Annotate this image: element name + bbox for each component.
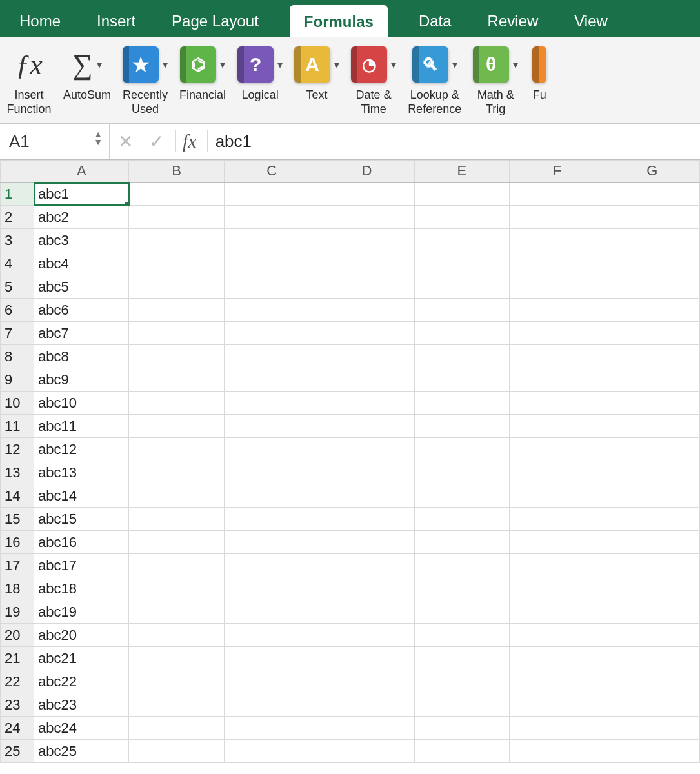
cell-E9[interactable] bbox=[414, 368, 509, 392]
cell-F24[interactable] bbox=[510, 717, 605, 740]
cell-A14[interactable]: abc14 bbox=[34, 484, 129, 508]
tab-home[interactable]: Home bbox=[14, 5, 66, 37]
cell-C9[interactable] bbox=[224, 368, 319, 392]
cell-D22[interactable] bbox=[319, 670, 414, 693]
chevron-down-icon[interactable]: ▾ bbox=[391, 59, 396, 71]
cell-D23[interactable] bbox=[319, 693, 414, 717]
cell-C25[interactable] bbox=[224, 740, 319, 763]
cell-A20[interactable]: abc20 bbox=[34, 624, 129, 647]
name-box-spinner[interactable]: ▲▼ bbox=[94, 130, 103, 146]
cell-G24[interactable] bbox=[605, 717, 699, 740]
cell-D3[interactable] bbox=[319, 229, 414, 252]
cell-G13[interactable] bbox=[605, 461, 699, 484]
row-header-25[interactable]: 25 bbox=[1, 740, 34, 763]
cell-C12[interactable] bbox=[224, 438, 319, 461]
row-header-15[interactable]: 15 bbox=[1, 508, 34, 531]
cell-G6[interactable] bbox=[605, 299, 699, 322]
cell-B14[interactable] bbox=[129, 484, 224, 508]
cell-B11[interactable] bbox=[129, 415, 224, 438]
cell-A12[interactable]: abc12 bbox=[34, 438, 129, 461]
cell-F25[interactable] bbox=[510, 740, 605, 763]
row-header-24[interactable]: 24 bbox=[1, 717, 34, 740]
cell-E12[interactable] bbox=[414, 438, 509, 461]
column-header-A[interactable]: A bbox=[34, 161, 129, 183]
cell-G9[interactable] bbox=[605, 368, 699, 392]
cell-B7[interactable] bbox=[129, 322, 224, 345]
cell-B8[interactable] bbox=[129, 345, 224, 368]
cell-G17[interactable] bbox=[605, 554, 699, 577]
cell-G2[interactable] bbox=[605, 206, 699, 229]
cell-D5[interactable] bbox=[319, 275, 414, 299]
tab-formulas[interactable]: Formulas bbox=[290, 5, 388, 37]
chevron-down-icon[interactable]: ▾ bbox=[163, 59, 168, 71]
cell-E11[interactable] bbox=[414, 415, 509, 438]
cell-A16[interactable]: abc16 bbox=[34, 531, 129, 554]
cell-B24[interactable] bbox=[129, 717, 224, 740]
cell-D24[interactable] bbox=[319, 717, 414, 740]
formula-input[interactable]: abc1 bbox=[212, 132, 700, 152]
cell-G21[interactable] bbox=[605, 647, 699, 670]
column-header-G[interactable]: G bbox=[605, 161, 699, 183]
column-header-F[interactable]: F bbox=[510, 161, 605, 183]
cell-C23[interactable] bbox=[224, 693, 319, 717]
cell-A22[interactable]: abc22 bbox=[34, 670, 129, 693]
cell-E7[interactable] bbox=[414, 322, 509, 345]
cell-A13[interactable]: abc13 bbox=[34, 461, 129, 484]
chevron-down-icon[interactable]: ▾ bbox=[277, 59, 283, 71]
cell-D17[interactable] bbox=[319, 554, 414, 577]
row-header-6[interactable]: 6 bbox=[1, 299, 34, 322]
row-header-20[interactable]: 20 bbox=[1, 624, 34, 647]
cell-C2[interactable] bbox=[224, 206, 319, 229]
cell-A25[interactable]: abc25 bbox=[34, 740, 129, 763]
cell-F6[interactable] bbox=[510, 299, 605, 322]
cell-A23[interactable]: abc23 bbox=[34, 693, 129, 717]
cell-C20[interactable] bbox=[224, 624, 319, 647]
cell-C6[interactable] bbox=[224, 299, 319, 322]
cell-B22[interactable] bbox=[129, 670, 224, 693]
cell-F5[interactable] bbox=[510, 275, 605, 299]
cell-G8[interactable] bbox=[605, 345, 699, 368]
cell-G16[interactable] bbox=[605, 531, 699, 554]
cell-G20[interactable] bbox=[605, 624, 699, 647]
cell-A24[interactable]: abc24 bbox=[34, 717, 129, 740]
cell-B13[interactable] bbox=[129, 461, 224, 484]
cell-D8[interactable] bbox=[319, 345, 414, 368]
cell-C21[interactable] bbox=[224, 647, 319, 670]
cell-B21[interactable] bbox=[129, 647, 224, 670]
cell-F4[interactable] bbox=[510, 252, 605, 275]
name-box[interactable]: A1 ▲▼ bbox=[0, 124, 110, 159]
cell-D25[interactable] bbox=[319, 740, 414, 763]
cell-A4[interactable]: abc4 bbox=[34, 252, 129, 275]
cell-G23[interactable] bbox=[605, 693, 699, 717]
cell-D16[interactable] bbox=[319, 531, 414, 554]
row-header-13[interactable]: 13 bbox=[1, 461, 34, 484]
cell-E4[interactable] bbox=[414, 252, 509, 275]
cell-F17[interactable] bbox=[510, 554, 605, 577]
cell-F12[interactable] bbox=[510, 438, 605, 461]
cell-A3[interactable]: abc3 bbox=[34, 229, 129, 252]
cell-E8[interactable] bbox=[414, 345, 509, 368]
cell-D18[interactable] bbox=[319, 577, 414, 600]
cell-B18[interactable] bbox=[129, 577, 224, 600]
cell-C16[interactable] bbox=[224, 531, 319, 554]
column-header-E[interactable]: E bbox=[414, 161, 509, 183]
cell-A6[interactable]: abc6 bbox=[34, 299, 129, 322]
cell-F3[interactable] bbox=[510, 229, 605, 252]
spreadsheet-grid[interactable]: ABCDEFG 1abc12abc23abc34abc45abc56abc67a… bbox=[0, 160, 700, 763]
row-header-23[interactable]: 23 bbox=[1, 693, 34, 717]
row-header-10[interactable]: 10 bbox=[1, 392, 34, 415]
cell-B16[interactable] bbox=[129, 531, 224, 554]
cell-A9[interactable]: abc9 bbox=[34, 368, 129, 392]
cell-E3[interactable] bbox=[414, 229, 509, 252]
cell-E17[interactable] bbox=[414, 554, 509, 577]
text-button[interactable]: A▾ Text bbox=[294, 41, 339, 123]
cell-F8[interactable] bbox=[510, 345, 605, 368]
cell-C24[interactable] bbox=[224, 717, 319, 740]
row-header-9[interactable]: 9 bbox=[1, 368, 34, 392]
row-header-16[interactable]: 16 bbox=[1, 531, 34, 554]
cell-D19[interactable] bbox=[319, 600, 414, 624]
cell-G18[interactable] bbox=[605, 577, 699, 600]
cell-D13[interactable] bbox=[319, 461, 414, 484]
cell-C3[interactable] bbox=[224, 229, 319, 252]
cell-B12[interactable] bbox=[129, 438, 224, 461]
